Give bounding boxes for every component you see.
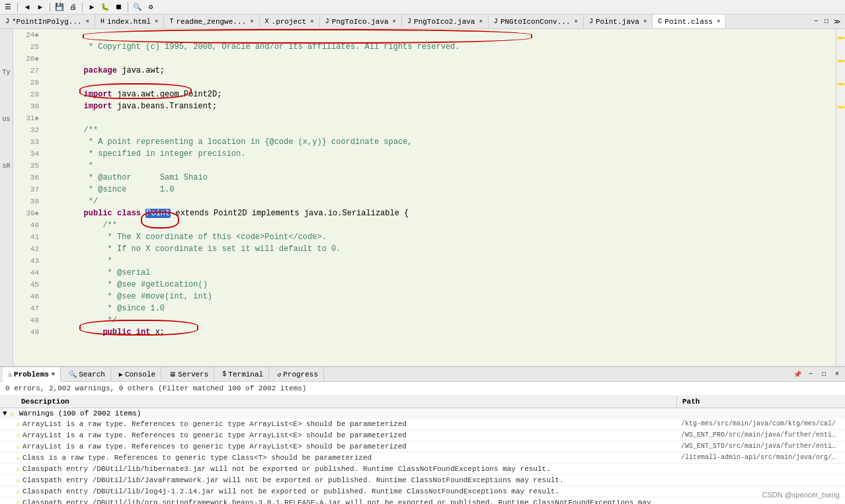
scroll-marker-3: [838, 83, 844, 85]
tab-terminal[interactable]: $ Terminal: [217, 367, 269, 382]
code-line-31: /**: [46, 112, 836, 124]
header-path[interactable]: Path: [677, 396, 836, 408]
problems-scroll[interactable]: ▼ ⚠ Warnings (100 of 2002 items) ⚠ Array…: [0, 408, 845, 504]
problems-header: Description Path: [0, 396, 845, 408]
tab-close-project[interactable]: ×: [310, 18, 313, 25]
problems-tab-label: Problems: [14, 371, 49, 378]
tab-close-pngtoico2[interactable]: ×: [479, 18, 482, 25]
tab-close-pointinpolyg[interactable]: ×: [86, 18, 89, 25]
code-line-27: [46, 65, 836, 77]
warn-icon-3: ⚠: [16, 454, 20, 462]
tab-close-indexhtml[interactable]: ×: [155, 18, 158, 25]
warnings-group-header[interactable]: ▼ ⚠ Warnings (100 of 2002 items): [0, 408, 845, 419]
toolbar-debug-icon[interactable]: 🐛: [100, 2, 110, 13]
problems-tab-close[interactable]: ×: [52, 371, 55, 378]
code-line-34: *: [46, 148, 836, 160]
scroll-marker-4: [838, 106, 844, 108]
toolbar-print-icon[interactable]: 🖨: [67, 2, 78, 13]
problems-summary: 0 errors, 2,002 warnings, 0 others (Filt…: [0, 382, 845, 396]
line-49: 49: [13, 326, 43, 338]
line-33: 33: [13, 136, 43, 148]
code-area[interactable]: * Copyright (c) 1995, 2008, Oracle and/o…: [43, 29, 836, 366]
line-46: 46: [13, 291, 43, 303]
code-line-49: [46, 326, 836, 338]
warn-icon-2: ⚠: [16, 443, 20, 450]
toolbar-search-icon[interactable]: 🔍: [132, 2, 143, 13]
side-label-ty: Ty: [2, 69, 10, 76]
tab-close-pointclass[interactable]: ×: [717, 18, 720, 25]
tab-minimize-button[interactable]: −: [811, 17, 821, 27]
bottom-maximize-button[interactable]: □: [819, 369, 829, 380]
bottom-minimize-button[interactable]: −: [805, 369, 816, 380]
code-line-37: */: [46, 184, 836, 196]
problem-item-7[interactable]: ⚠ Classpath entry /DBUtil/lib/org.spring…: [0, 497, 845, 504]
tab-progress[interactable]: ↺ Progress: [272, 367, 324, 382]
problem-item-6[interactable]: ⚠ Classpath entry /DBUtil/lib/log4j-1.2.…: [0, 486, 845, 497]
tab-overflow-button[interactable]: ≫: [832, 17, 842, 27]
code-line-48: public int x;: [46, 314, 836, 326]
toolbar-menu-icon[interactable]: ☰: [3, 2, 13, 13]
line-30: 30: [13, 100, 43, 112]
editor-container: Ty us sR 24◈ 25 26◈ 27 28 29 30 31◈ 32 3…: [0, 29, 845, 366]
header-scrollbar-col: [836, 396, 845, 408]
tab-pngtoimgconv[interactable]: J PNGtoIconConv... ×: [489, 15, 584, 28]
tab-pngtoico2[interactable]: J PngToIco2.java ×: [402, 15, 489, 28]
toolbar-run-icon[interactable]: ▶: [87, 2, 97, 13]
line-47: 47: [13, 303, 43, 314]
warn-icon-7: ⚠: [16, 499, 20, 504]
tab-console[interactable]: ▶ Console: [114, 367, 161, 382]
tab-icon-indexhtml: H: [101, 18, 104, 25]
tab-servers[interactable]: 🖥 Servers: [164, 367, 214, 382]
code-line-42: *: [46, 243, 836, 255]
tab-indexhtml[interactable]: H index.html ×: [95, 15, 164, 28]
tab-close-pngtoico[interactable]: ×: [393, 18, 396, 25]
code-line-30: [46, 100, 836, 112]
code-line-43: * @serial: [46, 255, 836, 267]
tab-close-readme[interactable]: ×: [250, 18, 253, 25]
problems-icon: ⚠: [8, 371, 12, 378]
toolbar-save-icon[interactable]: 💾: [54, 2, 65, 13]
problem-item-0[interactable]: ⚠ ArrayList is a raw type. References to…: [0, 419, 845, 430]
header-description[interactable]: Description: [16, 396, 677, 408]
tab-label-pointinpolyg: *PointInPolyg...: [12, 18, 82, 26]
bottom-pin-button[interactable]: 📌: [792, 369, 803, 380]
bottom-controls: 📌 − □ ×: [792, 369, 842, 380]
toolbar-forward-icon[interactable]: ▶: [35, 2, 46, 13]
line-36: 36: [13, 172, 43, 184]
toolbar-back-icon[interactable]: ◀: [22, 2, 32, 13]
tab-pointinpolyg[interactable]: J *PointInPolyg... ×: [0, 15, 95, 28]
tab-readme[interactable]: T readme_zengwe... ×: [164, 15, 259, 28]
line-24: 24◈: [13, 29, 43, 41]
bottom-close-button[interactable]: ×: [832, 369, 842, 380]
problem-item-4[interactable]: ⚠ Classpath entry /DBUtil/lib/hibernate3…: [0, 464, 845, 475]
warn-icon-4: ⚠: [16, 465, 20, 473]
code-line-28: import java.awt.geom.Point2D;: [46, 77, 836, 89]
code-line-46: * @since 1.0: [46, 291, 836, 303]
toolbar-settings-icon[interactable]: ⚙: [145, 2, 156, 13]
tab-pointjava[interactable]: J Point.java ×: [584, 15, 653, 28]
problem-item-1[interactable]: ⚠ ArrayList is a raw type. References to…: [0, 430, 845, 441]
code-line-24: * Copyright (c) 1995, 2008, Oracle and/o…: [46, 29, 836, 41]
problem-desc-6: Classpath entry /DBUtil/lib/log4j-1.2.14…: [22, 487, 681, 495]
tab-search[interactable]: 🔍 Search: [63, 367, 111, 382]
code-editor-wrapper[interactable]: * Copyright (c) 1995, 2008, Oracle and/o…: [43, 29, 845, 366]
problem-item-5[interactable]: ⚠ Classpath entry /DBUtil/lib/JavaFramew…: [0, 475, 845, 486]
scroll-markers[interactable]: [836, 29, 845, 366]
problem-item-3[interactable]: ⚠ Class is a raw type. References to gen…: [0, 452, 845, 464]
line-25: 25: [13, 41, 43, 53]
tab-maximize-button[interactable]: □: [821, 17, 832, 27]
line-35: 35: [13, 160, 43, 172]
tab-project[interactable]: X .project ×: [260, 15, 320, 28]
tab-problems[interactable]: ⚠ Problems ×: [3, 367, 61, 382]
tab-close-pointjava[interactable]: ×: [643, 18, 647, 25]
tab-close-pngtoimgconv[interactable]: ×: [575, 18, 578, 25]
terminal-icon: $: [222, 371, 226, 378]
toolbar-separator-3: [82, 3, 83, 12]
line-39: 39◈: [13, 207, 43, 219]
line-28: 28: [13, 77, 43, 89]
problem-path-3: /litemall-admin-api/src/main/java/org/li…: [681, 454, 840, 461]
tab-pngtoico[interactable]: J PngToIco.java ×: [320, 15, 402, 28]
problem-item-2[interactable]: ⚠ ArrayList is a raw type. References to…: [0, 441, 845, 452]
toolbar-stop-icon[interactable]: ⏹: [113, 2, 124, 13]
tab-pointclass[interactable]: C Point.class ×: [653, 15, 726, 29]
